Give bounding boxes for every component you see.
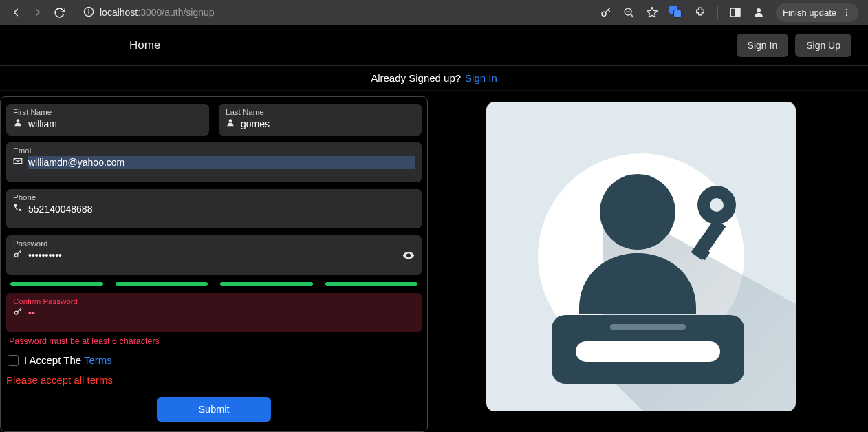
terms-link[interactable]: Terms [84, 354, 112, 366]
svg-point-14 [846, 12, 847, 13]
svg-point-12 [757, 8, 761, 12]
strength-bar [220, 282, 313, 286]
svg-point-20 [14, 311, 18, 314]
app-nav: Home Sign In Sign Up [0, 25, 868, 66]
person-icon [13, 118, 23, 130]
confirm-password-input[interactable] [28, 307, 415, 319]
confirm-password-field[interactable]: Confirm Password [6, 293, 422, 333]
email-field[interactable]: Email [6, 142, 422, 182]
zoom-icon[interactable] [623, 7, 635, 19]
last-name-input[interactable] [241, 118, 415, 130]
illustration-panel [455, 91, 827, 432]
svg-line-5 [608, 10, 609, 11]
svg-point-16 [17, 119, 20, 122]
site-info-icon[interactable] [83, 6, 94, 19]
svg-point-2 [88, 9, 89, 10]
finish-update-label: Finish update [783, 8, 836, 18]
extensions-icon[interactable] [694, 6, 706, 19]
browser-chrome: localhost:3000/auth/signup Finish update [0, 0, 868, 25]
panel-icon[interactable] [729, 6, 741, 19]
nav-signup-button[interactable]: Sign Up [795, 34, 851, 57]
url-text: localhost:3000/auth/signup [100, 7, 215, 18]
toggle-visibility-icon[interactable] [402, 249, 415, 264]
signup-form: First Name Last Name [0, 96, 428, 432]
illustration-card [486, 102, 796, 411]
profile-icon[interactable] [752, 6, 765, 19]
confirm-password-error: Password must be at least 6 characters [6, 336, 422, 346]
svg-line-7 [631, 14, 633, 17]
first-name-field[interactable]: First Name [6, 104, 209, 136]
submit-button[interactable]: Submit [157, 397, 270, 422]
first-name-label: First Name [13, 108, 202, 116]
divider [717, 6, 718, 19]
email-label: Email [13, 147, 415, 155]
svg-point-17 [229, 119, 232, 122]
password-input[interactable] [28, 249, 415, 261]
last-name-label: Last Name [226, 108, 415, 116]
terms-error: Please accept all terms [6, 373, 422, 390]
bookmark-star-icon[interactable] [646, 6, 658, 19]
password-strength [6, 282, 422, 286]
reload-icon[interactable] [54, 7, 65, 19]
person-icon [226, 118, 235, 130]
key-icon [13, 307, 23, 319]
key-icon [13, 249, 23, 261]
back-icon[interactable] [10, 6, 22, 19]
email-input[interactable] [28, 156, 415, 169]
svg-point-21 [600, 174, 675, 250]
strength-bar [116, 282, 208, 286]
strength-bar [10, 282, 103, 286]
strength-bar [325, 282, 418, 286]
last-name-field[interactable]: Last Name [219, 104, 422, 136]
phone-field[interactable]: Phone [6, 189, 422, 229]
password-field[interactable]: Password [6, 235, 422, 275]
svg-point-15 [846, 14, 847, 16]
svg-point-23 [710, 198, 724, 212]
svg-rect-11 [736, 8, 740, 17]
forward-icon[interactable] [32, 6, 44, 19]
subheader-text: Already Signed up? [371, 72, 461, 84]
svg-rect-28 [610, 324, 686, 330]
terms-row: I Accept The Terms [6, 353, 422, 366]
nav-signin-button[interactable]: Sign In [737, 34, 789, 57]
confirm-password-label: Confirm Password [13, 297, 415, 305]
terms-text: I Accept The Terms [24, 354, 112, 366]
finish-update-button[interactable]: Finish update [776, 3, 858, 22]
nav-home[interactable]: Home [129, 39, 160, 52]
mail-icon [13, 156, 23, 169]
terms-checkbox[interactable] [8, 355, 19, 366]
phone-icon [13, 203, 23, 215]
phone-input[interactable] [28, 203, 415, 215]
password-key-icon[interactable] [600, 6, 612, 19]
subheader: Already Signed up? Sign In [0, 66, 868, 91]
address-bar[interactable]: localhost:3000/auth/signup [74, 6, 596, 19]
password-label: Password [13, 239, 415, 248]
svg-point-18 [14, 253, 18, 257]
phone-label: Phone [13, 193, 415, 202]
svg-point-13 [846, 9, 847, 10]
tab-groups-icon[interactable] [669, 6, 683, 19]
first-name-input[interactable] [28, 118, 202, 130]
svg-rect-27 [576, 341, 720, 362]
svg-point-19 [408, 254, 410, 256]
subheader-signin-link[interactable]: Sign In [465, 72, 497, 84]
svg-marker-9 [647, 8, 657, 17]
signup-illustration-icon [538, 140, 751, 387]
